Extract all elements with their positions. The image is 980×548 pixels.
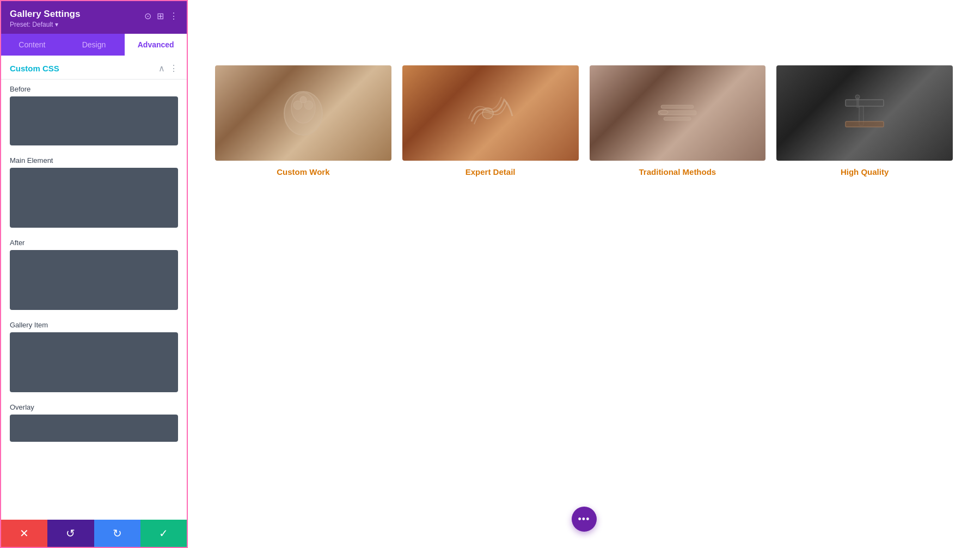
svg-point-4 bbox=[300, 96, 307, 103]
overlay-label: Overlay bbox=[10, 403, 178, 411]
more-options-icon[interactable]: ⋮ bbox=[169, 11, 178, 21]
cancel-icon: ✕ bbox=[20, 527, 29, 540]
clamp-svg bbox=[843, 94, 886, 132]
field-more-icon[interactable]: ⋮ bbox=[169, 63, 178, 74]
custom-css-title: Custom CSS bbox=[10, 64, 59, 73]
before-textarea[interactable] bbox=[10, 96, 178, 145]
gallery-item: High Quality bbox=[776, 65, 953, 176]
sidebar: Gallery Settings Preset: Default ▾ ⊙ ⊞ ⋮… bbox=[0, 0, 188, 548]
redo-icon: ↻ bbox=[113, 527, 122, 540]
gallery-label-4: High Quality bbox=[841, 167, 889, 176]
sidebar-header: Gallery Settings Preset: Default ▾ ⊙ ⊞ ⋮ bbox=[1, 1, 187, 34]
svg-rect-8 bbox=[664, 117, 691, 120]
sidebar-title: Gallery Settings bbox=[10, 9, 80, 20]
sidebar-header-icons: ⊙ ⊞ ⋮ bbox=[144, 11, 178, 21]
undo-button[interactable]: ↺ bbox=[47, 520, 94, 547]
tools-svg bbox=[653, 94, 702, 132]
svg-point-9 bbox=[659, 110, 668, 114]
after-label: After bbox=[10, 239, 178, 247]
main-element-field-group: Main Element bbox=[1, 151, 187, 233]
gallery-image-3 bbox=[590, 65, 766, 161]
custom-css-header: Custom CSS ∧ ⋮ bbox=[1, 56, 187, 80]
tab-design[interactable]: Design bbox=[63, 34, 125, 56]
gallery-item-field-group: Gallery Item bbox=[1, 315, 187, 398]
svg-rect-12 bbox=[846, 121, 884, 127]
gallery-image-4 bbox=[776, 65, 953, 161]
collapse-icon[interactable]: ∧ bbox=[158, 63, 165, 74]
tab-content[interactable]: Content bbox=[1, 34, 63, 56]
sidebar-content: Custom CSS ∧ ⋮ Before Main Element After… bbox=[1, 56, 187, 520]
sidebar-preset-label[interactable]: Preset: Default ▾ bbox=[10, 21, 80, 28]
tabs-bar: Content Design Advanced bbox=[1, 34, 187, 56]
fab-button[interactable]: ••• bbox=[572, 507, 597, 532]
tab-advanced[interactable]: Advanced bbox=[125, 34, 187, 56]
bottom-toolbar: ✕ ↺ ↻ ✓ bbox=[1, 520, 187, 547]
custom-css-section: Custom CSS ∧ ⋮ Before Main Element After… bbox=[1, 56, 187, 447]
gallery-label-2: Expert Detail bbox=[465, 167, 516, 176]
before-label: Before bbox=[10, 85, 178, 93]
main-content: Custom Work Expert Detail bbox=[188, 0, 980, 548]
redo-button[interactable]: ↻ bbox=[94, 520, 140, 547]
image-overlay-1 bbox=[215, 65, 391, 161]
svg-point-14 bbox=[855, 95, 860, 99]
gallery-item: Traditional Methods bbox=[590, 65, 766, 176]
svg-rect-10 bbox=[846, 100, 884, 106]
columns-icon[interactable]: ⊞ bbox=[157, 11, 164, 21]
before-field-group: Before bbox=[1, 80, 187, 151]
save-icon: ✓ bbox=[159, 527, 168, 540]
gallery-item: Expert Detail bbox=[402, 65, 579, 176]
main-element-label: Main Element bbox=[10, 156, 178, 165]
cancel-button[interactable]: ✕ bbox=[1, 520, 47, 547]
svg-rect-7 bbox=[661, 105, 694, 108]
gallery-image-1 bbox=[215, 65, 391, 161]
gallery-item-label: Gallery Item bbox=[10, 321, 178, 329]
svg-point-5 bbox=[482, 108, 493, 119]
gallery: Custom Work Expert Detail bbox=[188, 44, 980, 548]
gallery-image-2 bbox=[402, 65, 579, 161]
undo-icon: ↺ bbox=[66, 527, 75, 540]
carving-svg-2 bbox=[466, 94, 515, 132]
sidebar-title-group: Gallery Settings Preset: Default ▾ bbox=[10, 9, 80, 28]
focus-icon[interactable]: ⊙ bbox=[144, 11, 151, 21]
image-overlay-4 bbox=[776, 65, 953, 161]
gallery-item: Custom Work bbox=[215, 65, 391, 176]
after-textarea[interactable] bbox=[10, 250, 178, 310]
after-field-group: After bbox=[1, 233, 187, 315]
fab-icon: ••• bbox=[578, 514, 590, 525]
main-element-textarea[interactable] bbox=[10, 168, 178, 228]
custom-css-header-controls: ∧ ⋮ bbox=[158, 63, 178, 74]
save-button[interactable]: ✓ bbox=[140, 520, 187, 547]
gallery-item-textarea[interactable] bbox=[10, 332, 178, 392]
gallery-label-3: Traditional Methods bbox=[639, 167, 716, 176]
overlay-field-group: Overlay bbox=[1, 398, 187, 447]
carving-svg-1 bbox=[281, 89, 325, 138]
image-overlay-2 bbox=[402, 65, 579, 161]
image-overlay-3 bbox=[590, 65, 766, 161]
gallery-label-1: Custom Work bbox=[277, 167, 329, 176]
overlay-textarea[interactable] bbox=[10, 415, 178, 442]
